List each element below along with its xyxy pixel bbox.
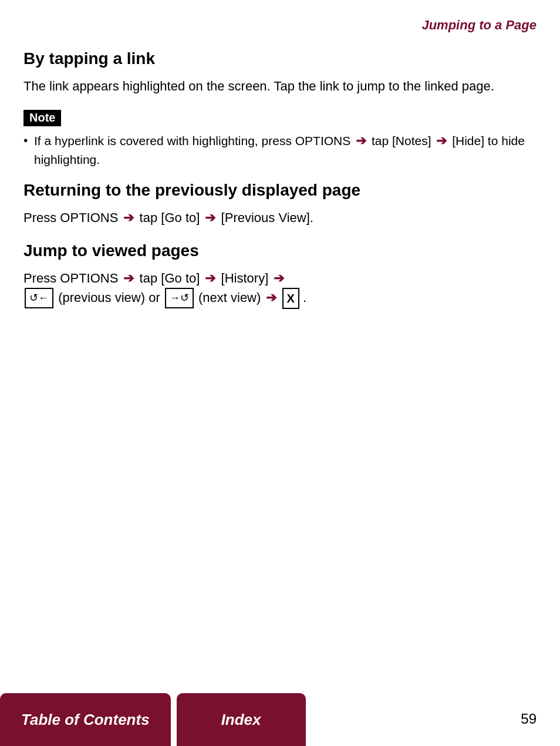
next-view-label: (next view) bbox=[198, 290, 264, 305]
body-jump-viewed: Press OPTIONS ➔ tap [Go to] ➔ [History] … bbox=[23, 268, 537, 309]
note-arrow-1: ➔ bbox=[356, 133, 366, 148]
heading-by-tapping: By tapping a link bbox=[23, 49, 537, 68]
period: . bbox=[303, 290, 306, 305]
heading-returning: Returning to the previously displayed pa… bbox=[23, 181, 537, 200]
note-item-1: If a hyperlink is covered with highlight… bbox=[23, 131, 537, 169]
jump-tap-go: tap [Go to] bbox=[140, 271, 200, 285]
body-by-tapping: The link appears highlighted on the scre… bbox=[23, 76, 537, 96]
jump-arrow-4: ➔ bbox=[266, 290, 276, 305]
jump-arrow-2: ➔ bbox=[205, 271, 215, 285]
page-number: 59 bbox=[521, 711, 537, 727]
page-container: Jumping to a Page By tapping a link The … bbox=[0, 0, 560, 746]
page-header-title: Jumping to a Page bbox=[23, 18, 537, 33]
jump-history: [History] bbox=[221, 271, 269, 285]
close-x-icon: X bbox=[282, 288, 299, 309]
returning-press-options: Press OPTIONS bbox=[23, 210, 118, 225]
note-box: Note If a hyperlink is covered with high… bbox=[23, 110, 537, 169]
section-by-tapping: By tapping a link The link appears highl… bbox=[23, 49, 537, 96]
returning-arrow-2: ➔ bbox=[205, 210, 215, 225]
body-returning: Press OPTIONS ➔ tap [Go to] ➔ [Previous … bbox=[23, 208, 537, 227]
jump-press-options: Press OPTIONS bbox=[23, 271, 118, 285]
next-view-icon: →↺ bbox=[165, 288, 194, 308]
returning-tap-go: tap [Go to] bbox=[140, 210, 200, 225]
returning-previous-view: [Previous View]. bbox=[221, 210, 313, 225]
note-text-before: If a hyperlink is covered with highlight… bbox=[34, 134, 350, 147]
table-of-contents-button[interactable]: Table of Contents bbox=[0, 693, 171, 746]
note-text-middle: tap [Notes] bbox=[372, 134, 431, 147]
prev-view-label: (previous view) or bbox=[58, 290, 164, 305]
note-label: Note bbox=[23, 110, 61, 126]
jump-arrow-1: ➔ bbox=[123, 271, 134, 285]
prev-view-icon: ↺← bbox=[25, 288, 53, 308]
heading-jump-viewed: Jump to viewed pages bbox=[23, 241, 537, 260]
bottom-navigation: Table of Contents Index bbox=[0, 693, 560, 746]
content-area: Jumping to a Page By tapping a link The … bbox=[23, 18, 537, 382]
index-button[interactable]: Index bbox=[177, 693, 306, 746]
jump-arrow-3: ➔ bbox=[274, 271, 284, 285]
section-jump-viewed: Jump to viewed pages Press OPTIONS ➔ tap… bbox=[23, 241, 537, 309]
returning-arrow-1: ➔ bbox=[123, 210, 134, 225]
section-returning: Returning to the previously displayed pa… bbox=[23, 181, 537, 227]
note-arrow-2: ➔ bbox=[436, 133, 447, 148]
